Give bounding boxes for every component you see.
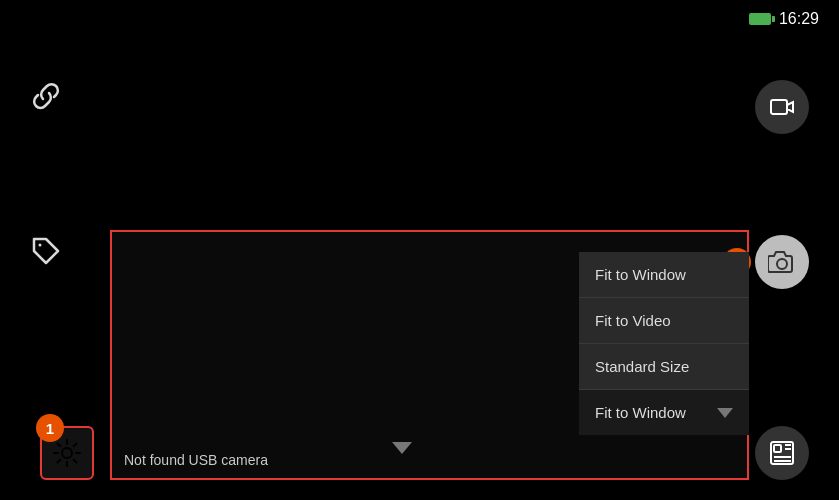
battery-icon — [749, 13, 771, 25]
left-triangle — [392, 442, 412, 454]
menu-item-fit-to-window-1[interactable]: Fit to Window — [579, 252, 749, 298]
video-camera-button[interactable] — [755, 80, 809, 134]
link-icon[interactable] — [30, 80, 62, 116]
time-display: 16:29 — [779, 10, 819, 28]
status-bar: 16:29 — [749, 10, 819, 28]
gallery-button[interactable] — [755, 426, 809, 480]
svg-point-9 — [62, 448, 72, 458]
svg-point-2 — [777, 259, 787, 269]
menu-item-fit-to-window-2[interactable]: Fit to Window — [579, 390, 749, 435]
badge-one: 1 — [36, 414, 64, 442]
svg-point-0 — [39, 244, 42, 247]
menu-item-fit-to-video[interactable]: Fit to Video — [579, 298, 749, 344]
camera-button[interactable] — [755, 235, 809, 289]
menu-item-standard-size[interactable]: Standard Size — [579, 344, 749, 390]
svg-rect-1 — [771, 100, 787, 114]
tag-icon[interactable] — [30, 235, 62, 271]
camera-status-text: Not found USB camera — [124, 452, 268, 468]
svg-rect-4 — [774, 445, 781, 452]
dropdown-menu: Fit to Window Fit to Video Standard Size… — [579, 252, 749, 435]
